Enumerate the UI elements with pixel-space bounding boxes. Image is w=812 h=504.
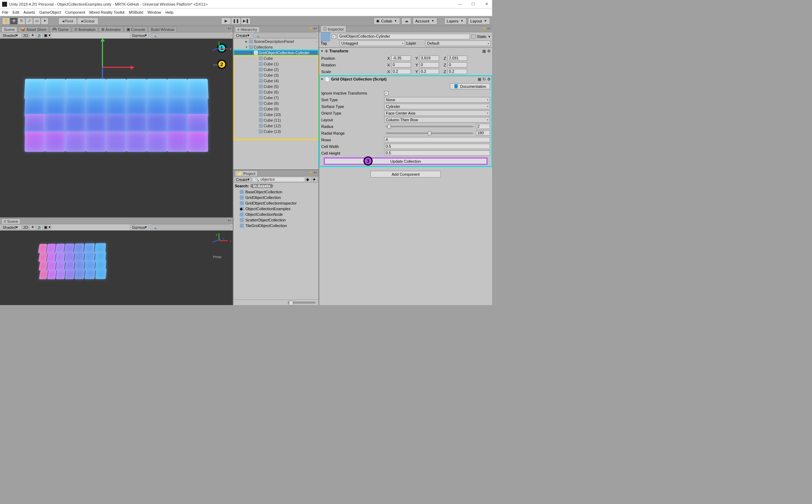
- scale-x-input[interactable]: 0.2: [391, 69, 411, 74]
- radius-slider[interactable]: [386, 126, 473, 127]
- hierarchy-item[interactable]: Cube (11): [233, 117, 318, 123]
- audio-toggle-icon[interactable]: 🔊: [37, 33, 43, 38]
- render-mode-dropdown[interactable]: Shaded ▾: [1, 33, 22, 38]
- hand-tool-button[interactable]: ✋: [2, 18, 10, 25]
- script-header[interactable]: ▼📄 Grid Object Collection (Script) ▣↻⚙: [319, 76, 492, 82]
- project-item[interactable]: GridObjectCollectionInspector: [235, 200, 317, 206]
- range-input[interactable]: 180: [476, 130, 490, 136]
- preview-viewport[interactable]: y x z Persp: [0, 231, 233, 305]
- add-component-button[interactable]: Add Component: [370, 171, 441, 177]
- tab-console[interactable]: ▣ Console: [124, 26, 148, 32]
- hierarchy-item[interactable]: Cube (10): [233, 112, 318, 117]
- ignore-checkbox[interactable]: ✓: [384, 91, 388, 95]
- orient-dropdown[interactable]: Face Center Axis♦: [384, 110, 490, 116]
- project-item[interactable]: GridObjectCollection: [235, 195, 317, 200]
- menu-msbuild[interactable]: MSBuild: [129, 10, 143, 14]
- rect-tool-button[interactable]: ▭: [33, 18, 41, 25]
- layout-dropdown[interactable]: Layout▼: [468, 18, 490, 25]
- menu-help[interactable]: Help: [166, 10, 174, 14]
- hierarchy-item[interactable]: Cube (9): [233, 106, 318, 112]
- transform-help-icon[interactable]: ▣: [482, 49, 486, 53]
- move-tool-button[interactable]: ✥: [10, 18, 18, 25]
- preview-fx-icon[interactable]: ▣ ▾: [44, 225, 51, 230]
- gameobject-name-input[interactable]: GridObjectCollection-Cylinder: [337, 34, 470, 39]
- tab-scene-preview[interactable]: # Scene: [1, 219, 20, 224]
- menu-file[interactable]: File: [2, 10, 8, 14]
- layers-dropdown[interactable]: Layers▼: [444, 18, 466, 25]
- menu-component[interactable]: Component: [65, 10, 85, 14]
- cloud-button[interactable]: ☁: [401, 18, 411, 25]
- pos-y-input[interactable]: 3.819: [419, 56, 439, 61]
- menu-mrtk[interactable]: Mixed Reality Toolkit: [89, 10, 124, 14]
- tab-animator[interactable]: ⊞ Animator: [99, 26, 123, 32]
- tab-options-icon[interactable]: ▾≡: [228, 27, 231, 30]
- preview-search-input[interactable]: 🔍: [149, 225, 232, 230]
- transform-header[interactable]: ▼⊹ Transform ▣⚙: [319, 48, 492, 54]
- hierarchy-search-input[interactable]: 🔍: [252, 33, 318, 38]
- project-zoom-slider[interactable]: [233, 299, 318, 305]
- search-scope-pill[interactable]: In Assets: [250, 184, 273, 188]
- close-button[interactable]: ✕: [483, 2, 490, 6]
- project-search-input[interactable]: 🔍 objectco: [252, 177, 305, 182]
- hierarchy-item[interactable]: Cube: [233, 56, 318, 61]
- scale-y-input[interactable]: 0.2: [419, 69, 439, 74]
- script-reset-icon[interactable]: ↻: [483, 77, 486, 82]
- transform-gear-icon[interactable]: ⚙: [487, 49, 491, 53]
- hierarchy-item[interactable]: ▶SceneDescriptionPanel›: [233, 39, 318, 44]
- script-gear-icon[interactable]: ⚙: [487, 77, 491, 82]
- hierarchy-item[interactable]: Cube (5): [233, 84, 318, 89]
- scene-search-input[interactable]: 🔍: [149, 33, 232, 38]
- global-toggle[interactable]: ● Global: [77, 18, 98, 25]
- hierarchy-item[interactable]: Cube (8): [233, 101, 318, 106]
- step-button[interactable]: ▶❚: [241, 18, 251, 25]
- search-save-icon[interactable]: ★: [312, 177, 318, 182]
- active-checkbox[interactable]: ✓: [332, 34, 336, 39]
- sort-dropdown[interactable]: None♦: [384, 97, 490, 103]
- hierarchy-item[interactable]: Cube (6): [233, 89, 318, 95]
- scale-z-input[interactable]: 0.2: [447, 69, 467, 74]
- rotate-tool-button[interactable]: ↻: [18, 18, 25, 25]
- gizmos-dropdown[interactable]: Gizmos ▾: [130, 33, 149, 38]
- hierarchy-item[interactable]: Cube (12): [233, 123, 318, 129]
- account-dropdown[interactable]: Account▼: [413, 18, 437, 25]
- script-help-icon[interactable]: ▣: [478, 77, 481, 82]
- tag-dropdown[interactable]: Untagged♦: [340, 40, 405, 46]
- menu-gameobject[interactable]: GameObject: [39, 10, 61, 14]
- preview-2d-toggle[interactable]: 2D: [22, 225, 29, 230]
- layout-dropdown[interactable]: Column Then Row♦: [384, 117, 490, 123]
- fx-toggle-icon[interactable]: ▣ ▾: [44, 33, 51, 38]
- pause-button[interactable]: ❚❚: [231, 18, 241, 25]
- project-item[interactable]: TileGridObjectCollection: [235, 223, 317, 228]
- rot-z-input[interactable]: 0: [447, 62, 467, 67]
- preview-render-mode-dropdown[interactable]: Shaded ▾: [1, 225, 22, 230]
- scene-viewport[interactable]: 1 2 x Persp: [0, 39, 233, 217]
- rot-y-input[interactable]: 0: [419, 62, 439, 67]
- lighting-toggle-icon[interactable]: ☀: [30, 33, 36, 38]
- inspector-options-icon[interactable]: 🔒 ▾≡: [482, 27, 491, 30]
- hierarchy-item[interactable]: ▼GridObjectCollection-Cylinder: [233, 50, 318, 56]
- update-collection-button[interactable]: Update Collection: [324, 158, 487, 164]
- 2d-toggle[interactable]: 2D: [22, 33, 29, 38]
- scale-tool-button[interactable]: ⤢: [25, 18, 33, 25]
- hierarchy-item[interactable]: Cube (2): [233, 67, 318, 72]
- preview-tab-options-icon[interactable]: ▾≡: [228, 219, 231, 222]
- range-slider[interactable]: [386, 133, 473, 134]
- project-options-icon[interactable]: 🔒 ▾≡: [309, 171, 317, 174]
- menu-edit[interactable]: Edit: [13, 10, 19, 14]
- rows-input[interactable]: 4: [384, 137, 490, 142]
- hierarchy-create-dropdown[interactable]: Create ▾: [234, 33, 251, 38]
- orientation-gizmo[interactable]: x Persp: [209, 41, 230, 66]
- documentation-button[interactable]: 📘 Documentation: [450, 83, 490, 89]
- tab-assetstore[interactable]: 📦 Asset Store: [18, 26, 49, 32]
- preview-gizmos-dropdown[interactable]: Gizmos ▾: [130, 225, 149, 230]
- preview-lighting-icon[interactable]: ☀: [30, 225, 36, 230]
- hierarchy-item[interactable]: Cube (1): [233, 61, 318, 67]
- static-arrow-icon[interactable]: ▼: [488, 35, 491, 38]
- project-item[interactable]: BaseObjectCollection: [235, 189, 317, 195]
- play-button[interactable]: ▶: [221, 18, 231, 25]
- rot-x-input[interactable]: 0: [391, 62, 411, 67]
- pos-z-input[interactable]: 2.031: [447, 56, 467, 61]
- project-item[interactable]: ObjectCollectionNode: [235, 212, 317, 217]
- tab-scene[interactable]: Scene: [1, 27, 17, 32]
- pivot-toggle[interactable]: ● Pivot: [58, 18, 77, 25]
